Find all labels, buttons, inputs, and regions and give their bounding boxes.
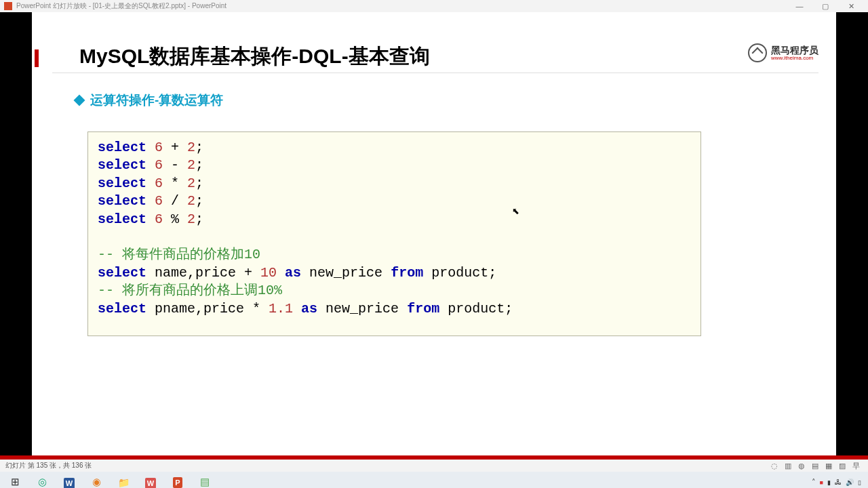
logo-text: 黑马程序员 (771, 45, 818, 55)
start-button[interactable] (1, 473, 28, 488)
taskbar-browser[interactable] (83, 473, 110, 488)
word-icon (64, 476, 75, 488)
view-slideshow-button[interactable]: ▦ (822, 462, 835, 470)
logo-icon (748, 43, 767, 62)
view-sorter-button[interactable]: ◍ (795, 462, 808, 470)
slide: MySQL数据库基本操作-DQL-基本查询 黑马程序员 www.itheima.… (32, 12, 836, 455)
tray-overflow-icon[interactable] (812, 478, 816, 487)
pen-button[interactable]: ◌ (768, 462, 781, 470)
minimize-button[interactable]: — (787, 2, 812, 10)
volume-icon[interactable] (846, 478, 854, 486)
network-icon[interactable] (835, 478, 842, 486)
window-title: PowerPoint 幻灯片放映 - [01-史上最全的SQL教程2.pptx]… (16, 1, 787, 11)
view-grid-button[interactable]: ▨ (835, 462, 849, 470)
folder-icon (118, 476, 130, 488)
taskbar-word[interactable] (56, 473, 83, 488)
taskbar-sqlyog[interactable] (191, 473, 218, 488)
view-present-button[interactable]: 早 (849, 461, 863, 471)
diamond-icon (74, 95, 85, 106)
slide-counter: 幻灯片 第 135 张，共 136 张 (5, 461, 768, 470)
view-reading-button[interactable]: ▤ (808, 462, 822, 470)
powerpoint-icon (4, 2, 12, 10)
status-bar: 幻灯片 第 135 张，共 136 张 ◌ ▥ ◍ ▤ ▦ ▨ 早 (0, 460, 868, 472)
subtitle-text: 运算符操作-算数运算符 (90, 92, 223, 109)
taskbar (0, 472, 868, 488)
taskbar-wps[interactable] (137, 473, 164, 488)
maximize-button[interactable]: ▢ (812, 2, 838, 11)
windows-icon (11, 476, 20, 488)
tray-app-icon[interactable] (820, 478, 823, 486)
close-button[interactable]: ✕ (838, 2, 864, 11)
slide-title: MySQL数据库基本操作-DQL-基本查询 (79, 43, 430, 70)
system-tray[interactable] (812, 478, 867, 487)
sql-icon (200, 476, 210, 488)
powerpoint-task-icon (173, 476, 182, 487)
view-normal-button[interactable]: ▥ (781, 462, 795, 470)
taskbar-powerpoint[interactable] (164, 473, 191, 488)
browser-icon (92, 476, 101, 488)
accent-tab (35, 49, 39, 67)
window-titlebar: PowerPoint 幻灯片放映 - [01-史上最全的SQL教程2.pptx]… (0, 0, 868, 12)
brand-logo: 黑马程序员 www.itheima.com (748, 43, 818, 62)
tray-indicator-icon[interactable] (827, 478, 831, 486)
wps-icon (145, 476, 156, 488)
taskbar-explorer[interactable] (110, 473, 137, 488)
code-block: select 6 + 2; select 6 - 2; select 6 * 2… (87, 131, 701, 336)
logo-subtext: www.itheima.com (771, 55, 818, 61)
presentation-stage[interactable]: MySQL数据库基本操作-DQL-基本查询 黑马程序员 www.itheima.… (0, 12, 868, 455)
divider (52, 73, 818, 73)
chrome-icon (38, 476, 47, 488)
taskbar-chrome[interactable] (28, 473, 56, 488)
battery-icon[interactable] (858, 478, 861, 486)
slide-subtitle: 运算符操作-算数运算符 (75, 92, 223, 109)
